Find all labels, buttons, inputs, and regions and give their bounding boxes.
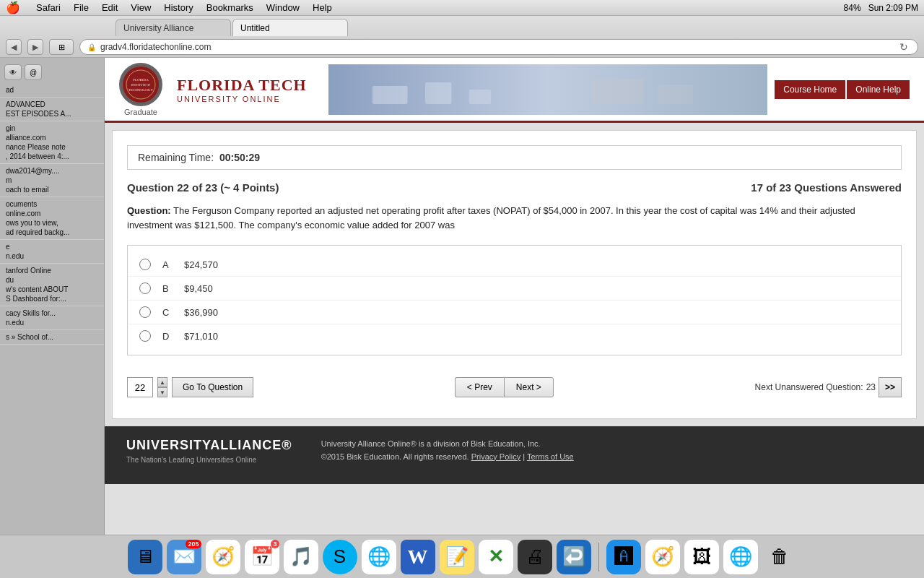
footer-logo-sub: The Nation's Leading Universities Online <box>126 456 292 464</box>
dock-timemachine[interactable]: ↩️ <box>557 540 591 574</box>
skip-to-unanswered-button[interactable]: >> <box>879 377 902 397</box>
sidebar-icon-btn-2[interactable]: @ <box>25 64 42 80</box>
sidebar-item-school[interactable]: s » School of... <box>0 330 104 345</box>
dock-trash[interactable]: 🗑 <box>762 540 797 574</box>
menu-file[interactable]: File <box>74 2 89 13</box>
answer-option-c[interactable]: C $36,990 <box>128 301 901 324</box>
option-letter-c: C <box>162 307 173 318</box>
next-button[interactable]: Next > <box>504 377 554 397</box>
sidebar-item-advanced[interactable]: ADVANCEDEST EPISODES A... <box>0 98 104 121</box>
browser-chrome: University Alliance Untitled ◀ ▶ ⊞ 🔒 gra… <box>0 16 924 58</box>
url-text: gradv4.floridatechonline.com <box>100 42 211 52</box>
sidebar-icon-btn-1[interactable]: 👁 <box>4 64 22 80</box>
answer-options: A $24,570 B $9,450 C $36,990 D $71,010 <box>127 245 902 355</box>
svg-rect-9 <box>592 79 645 104</box>
prev-next-group: < Prev Next > <box>455 377 554 397</box>
sidebar-item-email[interactable]: dwa2014@my....moach to email <box>0 164 104 197</box>
menu-safari[interactable]: Safari <box>36 2 61 13</box>
question-number-input[interactable] <box>127 377 153 397</box>
footer-text: University Alliance Online® is a divisio… <box>321 438 574 463</box>
svg-text:INSTITUTE OF: INSTITUTE OF <box>131 83 151 87</box>
radio-d[interactable] <box>139 330 151 342</box>
tab-university-alliance[interactable]: University Alliance <box>116 19 231 36</box>
reload-button[interactable]: ↻ <box>897 40 910 53</box>
ssl-lock-icon: 🔒 <box>87 43 96 51</box>
timer-bar: Remaining Time: 00:50:29 <box>127 145 902 170</box>
answer-option-a[interactable]: A $24,570 <box>128 253 901 277</box>
timer-value: 00:50:29 <box>219 152 260 163</box>
browser-toolbar: ◀ ▶ ⊞ 🔒 gradv4.floridatechonline.com ↻ <box>0 36 924 58</box>
dock-mail[interactable]: ✉️ 205 <box>167 540 201 574</box>
dock-itunes[interactable]: 🎵 <box>284 540 318 574</box>
university-subtitle: UNIVERSITY ONLINE <box>177 95 307 103</box>
battery-status: 84% <box>844 3 861 13</box>
menu-help[interactable]: Help <box>313 2 332 13</box>
sidebar-item-login[interactable]: ginalliance.comnance Please note, 2014 b… <box>0 121 104 164</box>
dock-chrome[interactable]: 🌐 <box>362 540 396 574</box>
dock: 🖥 ✉️ 205 🧭 📅 3 🎵 S 🌐 W 📝 ✕ 🖨 ↩️ 🅰 🧭 🖼 🌐 … <box>0 535 924 578</box>
sidebar-toggle[interactable]: ⊞ <box>49 39 74 55</box>
radio-b[interactable] <box>139 282 151 294</box>
sidebar-item-e[interactable]: en.edu <box>0 240 104 264</box>
option-letter-b: B <box>162 283 173 294</box>
go-to-question-button[interactable]: Go To Question <box>172 377 253 397</box>
option-value-d: $71,010 <box>184 331 218 342</box>
svg-text:FLORIDA: FLORIDA <box>133 78 149 82</box>
dock-calendar[interactable]: 📅 3 <box>245 540 279 574</box>
prev-button[interactable]: < Prev <box>455 377 504 397</box>
answer-option-d[interactable]: D $71,010 <box>128 324 901 348</box>
dock-word[interactable]: W <box>401 540 435 574</box>
question-stepper: ▲ ▼ <box>157 377 167 397</box>
menu-edit[interactable]: Edit <box>102 2 118 13</box>
sidebar-item-stanford[interactable]: tanford Onlineduw's content ABOUTS Dashb… <box>0 264 104 306</box>
forward-button[interactable]: ▶ <box>27 39 43 55</box>
tab-untitled[interactable]: Untitled <box>232 19 348 36</box>
question-body: The Ferguson Company reported an adjuste… <box>127 205 855 230</box>
dock-crossover[interactable]: ✕ <box>479 540 513 574</box>
university-seal: FLORIDA INSTITUTE OF TECHNOLOGY <box>119 63 162 106</box>
question-prefix: Question: <box>127 205 171 216</box>
terms-of-use-link[interactable]: Terms of Use <box>527 452 574 461</box>
menu-bookmarks[interactable]: Bookmarks <box>206 2 253 13</box>
apple-menu[interactable]: 🍎 <box>6 1 20 14</box>
quiz-nav-bar: ▲ ▼ Go To Question < Prev Next > Next Un… <box>127 377 902 397</box>
dock-appstore[interactable]: 🅰 <box>606 540 641 574</box>
unanswered-label: Next Unanswered Question: <box>755 382 863 392</box>
sidebar-item-docs[interactable]: ocumentsonline.comows you to view,ad req… <box>0 197 104 240</box>
option-letter-a: A <box>162 259 173 270</box>
dock-safari[interactable]: 🧭 <box>206 540 240 574</box>
svg-rect-7 <box>425 82 452 104</box>
menu-history[interactable]: History <box>164 2 193 13</box>
main-layout: 👁 @ ad ADVANCEDEST EPISODES A... ginalli… <box>0 58 924 535</box>
dock-separator <box>598 543 599 571</box>
menu-window[interactable]: Window <box>266 2 300 13</box>
radio-a[interactable] <box>139 259 151 270</box>
dock-compass[interactable]: 🧭 <box>645 540 680 574</box>
questions-answered: 17 of 23 Questions Answered <box>751 181 902 194</box>
menu-view[interactable]: View <box>131 2 151 13</box>
svg-rect-8 <box>468 90 490 104</box>
stepper-down[interactable]: ▼ <box>157 387 167 397</box>
university-name: FLORIDA TECH <box>177 76 307 95</box>
dock-photos[interactable]: 🖼 <box>684 540 719 574</box>
dock-web[interactable]: 🌐 <box>723 540 758 574</box>
dock-stickies[interactable]: 📝 <box>440 540 474 574</box>
sidebar-item-ad: ad <box>0 83 104 98</box>
answer-option-b[interactable]: B $9,450 <box>128 277 901 301</box>
address-bar[interactable]: 🔒 gradv4.floridatechonline.com ↻ <box>79 39 918 55</box>
sidebar-item-literacy[interactable]: cacy Skills for...n.edu <box>0 306 104 330</box>
radio-c[interactable] <box>139 306 151 318</box>
university-logo-area: FLORIDA INSTITUTE OF TECHNOLOGY Graduate <box>119 63 162 116</box>
dock-finder[interactable]: 🖥 <box>128 540 162 574</box>
stepper-up[interactable]: ▲ <box>157 377 167 387</box>
svg-rect-6 <box>372 86 408 104</box>
privacy-policy-link[interactable]: Privacy Policy <box>471 452 520 461</box>
back-button[interactable]: ◀ <box>6 39 22 55</box>
university-nav-buttons: Course Home Online Help <box>775 80 910 99</box>
dock-printer[interactable]: 🖨 <box>518 540 552 574</box>
course-home-button[interactable]: Course Home <box>775 80 845 99</box>
online-help-button[interactable]: Online Help <box>847 80 910 99</box>
dock-skype[interactable]: S <box>323 540 357 574</box>
clock: Sun 2:09 PM <box>868 3 918 13</box>
menubar-right: 84% Sun 2:09 PM <box>844 3 918 13</box>
